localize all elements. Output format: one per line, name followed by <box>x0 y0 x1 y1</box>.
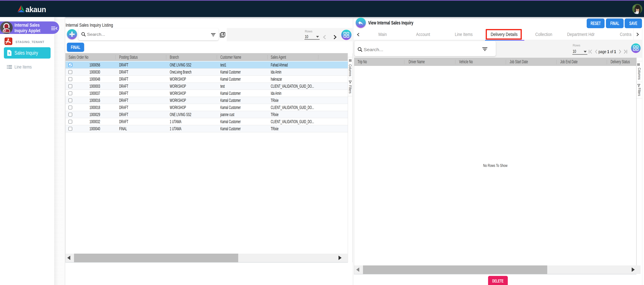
svg-text:$: $ <box>8 52 10 55</box>
